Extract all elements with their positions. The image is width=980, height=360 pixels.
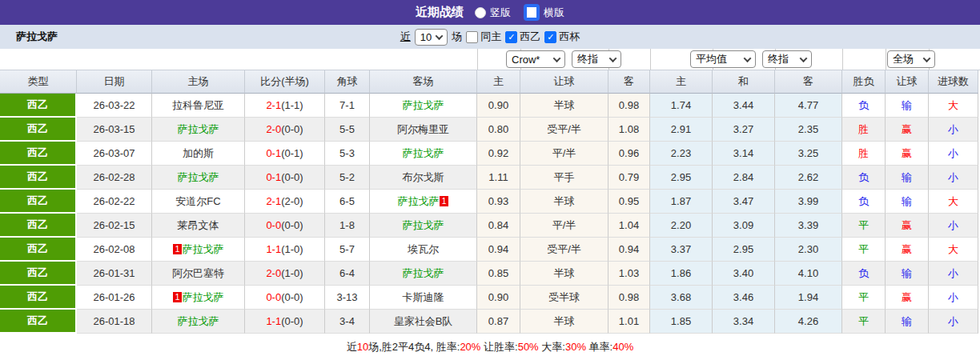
divider [477,49,478,70]
league-cell: 西乙 [0,214,77,238]
over-under-result-cell: 大 [929,190,978,214]
date-cell: 26-01-18 [77,310,152,334]
home-team-cell: 1萨拉戈萨 [152,286,245,310]
table-header-row: 类型日期主场比分(半场)角球客场主让球客主和客胜负让球进球数 [0,70,978,94]
team-name-link[interactable]: 阿尔巴塞特 [172,266,224,281]
checkbox-西杯[interactable]: ✓西杯 [544,30,580,44]
team-name-link[interactable]: 皇家社会B队 [394,314,453,329]
asian-handicap-line-cell: 受半球 [520,286,608,310]
corner-score-cell: 5-5 [325,118,370,142]
handicap-result-cell: 赢 [886,214,929,238]
checkbox-icon [466,31,478,43]
euro-away-odds-cell: 2.35 [775,118,842,142]
win-draw-loss-cell: 平 [842,238,886,262]
asian-handicap-line-cell: 半球 [520,262,608,286]
handicap-result-cell: 赢 [886,286,929,310]
table-row: 西乙 26-03-15 萨拉戈萨 2-0(0-0) 5-5 阿尔梅里亚 0.80… [0,118,978,142]
euro-home-odds-cell: 2.20 [650,214,713,238]
corner-score-cell: 6-4 [325,262,370,286]
euro-mode-select[interactable]: 平均值 [690,50,756,68]
league-cell: 西乙 [0,118,77,142]
handicap-result-cell: 赢 [886,142,929,166]
halftime-score: (2-0) [281,195,303,207]
team-name-link[interactable]: 萨拉戈萨 [178,314,219,329]
team-name-link[interactable]: 萨拉戈萨 [403,98,444,113]
asian-away-odds-cell: 0.79 [608,166,650,190]
team-name-link[interactable]: 卡斯迪隆 [403,290,444,305]
league-cell: 西乙 [0,94,77,118]
team-name-label: 萨拉戈萨 [16,30,58,44]
win-draw-loss-cell: 平 [842,310,886,334]
asian-away-odds-cell: 1.04 [608,214,650,238]
team-name-link[interactable]: 萨拉戈萨 [183,290,224,305]
corner-score-cell: 5-3 [325,142,370,166]
euro-home-odds-cell: 2.23 [650,142,713,166]
handicap-result-cell: 输 [886,190,929,214]
footer-segment: 近 [347,341,357,353]
euro-away-odds-cell: 1.94 [775,286,842,310]
header-bar: 近期战绩 竖版横版 [0,0,980,25]
team-name-link[interactable]: 萨拉戈萨 [403,218,444,233]
team-name-link[interactable]: 莱昂文体 [178,218,219,233]
fulltime-score: 2-0 [266,123,281,135]
date-cell: 26-01-31 [77,262,152,286]
layout-radio-group: 竖版横版 [475,4,564,21]
team-name-link[interactable]: 萨拉戈萨 [178,122,219,137]
team-name-link[interactable]: 安道尔FC [175,194,220,209]
table-body: 西乙 26-03-22 拉科鲁尼亚 2-1(1-1) 7-1 萨拉戈萨 0.90… [0,94,980,334]
date-cell: 26-02-28 [77,166,152,190]
halftime-score: (0-0) [281,123,303,135]
match-count-select[interactable]: 10 [415,29,448,46]
layout-radio-selected[interactable]: 横版 [524,4,564,21]
recent-link[interactable]: 近 [400,30,411,44]
handicap-result-cell: 输 [886,166,929,190]
fulltime-score: 2-1 [266,195,281,207]
team-name-link[interactable]: 萨拉戈萨 [397,194,439,209]
checkbox-同主[interactable]: 同主 [466,30,501,44]
team-name-link[interactable]: 加的斯 [183,146,214,161]
euro-home-odds-cell: 2.91 [650,118,713,142]
halftime-score: (0-0) [281,171,303,183]
league-cell: 西乙 [0,190,77,214]
euro-mode-value: 平均值 [696,52,727,66]
euro-away-odds-cell: 4.10 [775,262,842,286]
handicap-result-cell: 输 [886,262,929,286]
team-name-link[interactable]: 萨拉戈萨 [403,266,444,281]
team-name-link[interactable]: 萨拉戈萨 [178,170,219,185]
team-name-link[interactable]: 萨拉戈萨 [183,242,224,257]
corner-score-cell: 5-2 [325,166,370,190]
handicap-result-cell: 输 [886,310,929,334]
team-name-link[interactable]: 布尔戈斯 [403,170,444,185]
euro-draw-odds-cell: 3.47 [713,190,775,214]
asian-home-odds-cell: 0.84 [477,214,520,238]
sub-bar: 萨拉戈萨 近 10 场 同主✓西乙✓西杯 [0,25,980,49]
footer-segment: 单率: [586,341,612,353]
team-name-link[interactable]: 拉科鲁尼亚 [172,98,224,113]
chevron-down-icon [923,54,931,62]
team-name-link[interactable]: 埃瓦尔 [408,242,439,257]
asian-handicap-line-cell: 平手 [520,166,608,190]
halftime-score: (1-0) [281,243,303,255]
away-team-cell: 阿尔梅里亚 [370,118,477,142]
euro-stage-select[interactable]: 终指 [762,50,812,68]
win-draw-loss-cell: 平 [842,214,886,238]
euro-home-odds-cell: 1.86 [650,262,713,286]
asian-handicap-line-cell: 半球 [520,310,608,334]
layout-radio-option[interactable]: 竖版 [475,6,511,20]
team-name-link[interactable]: 阿尔梅里亚 [397,122,449,137]
column-header: 客 [775,70,842,94]
team-name-link[interactable]: 萨拉戈萨 [403,146,444,161]
column-header: 角球 [325,70,370,94]
checkbox-西乙[interactable]: ✓西乙 [505,30,540,44]
league-cell: 西乙 [0,286,77,310]
bookmaker-select[interactable]: Crow* [506,50,565,68]
scope-select[interactable]: 全场 [887,50,935,68]
red-card-badge: 1 [440,196,448,206]
corner-score-cell: 1-8 [325,214,370,238]
summary-footer: 近10场,胜2平4负4, 胜率:20% 让胜率:50% 大率:30% 单率:40… [0,334,980,360]
column-header: 主 [650,70,713,94]
euro-away-odds-cell: 2.30 [775,238,842,262]
corner-score-cell: 7-1 [325,94,370,118]
radio-icon [524,4,540,21]
asian-stage-select[interactable]: 终指 [572,50,621,68]
